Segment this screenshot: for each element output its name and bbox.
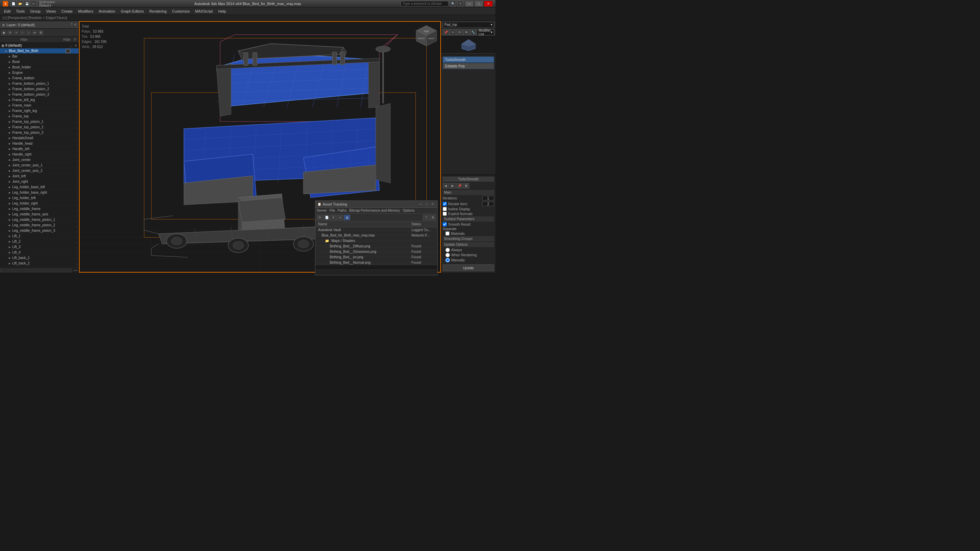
layer-item-menu[interactable]: ...	[71, 49, 78, 53]
layer-item-menu[interactable]: ...	[71, 185, 78, 189]
menu-item-maxscript[interactable]: MAXScript	[192, 8, 216, 14]
close-button[interactable]: ✕	[484, 1, 493, 7]
layer-item[interactable]: ►Leg_middle_frame_piston_1...	[0, 217, 79, 223]
layer-item-menu[interactable]: ...	[66, 44, 73, 47]
ts-render-iters-check[interactable]	[443, 202, 447, 206]
layer-item[interactable]: ►Leg_middle_frame_piston_3...	[0, 228, 79, 234]
layer-tool-arrow[interactable]: ▶	[2, 30, 7, 35]
layer-item[interactable]: ►Frame_bottom_piston_1...	[0, 81, 79, 86]
layer-item[interactable]: ►Frame_top_piston_1...	[0, 119, 79, 124]
layer-item-menu[interactable]: ...	[71, 98, 78, 102]
asset-tb-icon1[interactable]: ⟳	[317, 215, 323, 220]
layer-item[interactable]: ►Leg_middle_frame_axis...	[0, 212, 79, 217]
layer-tool-settings[interactable]: ⚙	[38, 30, 43, 35]
help-icon[interactable]: ?	[457, 1, 463, 7]
menu-item-edit[interactable]: Edit	[2, 8, 13, 14]
modifier-turbosmooth[interactable]: TurboSmooth	[443, 56, 494, 63]
layer-item-menu[interactable]: ...	[71, 240, 78, 243]
modifier-motion-icon[interactable]: ⟳	[456, 29, 463, 35]
asset-row[interactable]: Birthing_Bed__ior.pngFound	[315, 255, 437, 260]
layer-item-menu[interactable]: ...	[71, 229, 78, 233]
layers-help-button[interactable]: ?	[70, 23, 73, 27]
layer-item-menu[interactable]: ...	[71, 82, 78, 85]
layer-item[interactable]: ►Handle_right...	[0, 152, 79, 157]
layer-item-menu[interactable]: ...	[71, 131, 78, 134]
layer-item[interactable]: ►Joint_center_axis_1...	[0, 163, 79, 168]
layer-item[interactable]: ►Lift_4...	[0, 250, 79, 255]
ts-smoothing-header[interactable]: Smoothing Groups	[443, 236, 494, 241]
asset-menu-file[interactable]: File	[329, 209, 335, 212]
asset-row[interactable]: Birthing_Bed__Diffuse.pngFound	[315, 244, 437, 249]
layer-item-menu[interactable]: ...	[71, 153, 78, 156]
object-dropdown[interactable]: Pad_top ▾	[443, 22, 494, 28]
ts-materials-check[interactable]	[445, 231, 450, 236]
modifier-list-icon[interactable]: ≡	[450, 29, 456, 35]
menu-item-animation[interactable]: Animation	[96, 8, 118, 14]
layer-item[interactable]: ►Bar...	[0, 54, 79, 59]
layer-item[interactable]: ►HandalsSmall...	[0, 135, 79, 141]
layer-item-menu[interactable]: ...	[71, 224, 78, 227]
menu-item-tools[interactable]: Tools	[13, 8, 27, 14]
layer-item[interactable]: ►Lift_1...	[0, 234, 79, 239]
layer-item[interactable]: ►Frame_bottom_piston_2...	[0, 86, 79, 92]
asset-tb-icon2[interactable]: 📄	[324, 215, 330, 220]
menu-item-views[interactable]: Views	[43, 8, 59, 14]
viewport-navigation-cube[interactable]: TOP RIGHT FRONT	[414, 24, 438, 48]
layer-item[interactable]: ►Bowl...	[0, 59, 79, 65]
layer-tool-add[interactable]: +	[14, 30, 19, 35]
ts-always-radio[interactable]	[445, 248, 450, 252]
layer-item-menu[interactable]: ...	[71, 115, 78, 118]
ts-explicit-check[interactable]	[443, 212, 447, 216]
layer-item-menu[interactable]: ...	[71, 66, 78, 69]
layer-item-menu[interactable]: ...	[71, 251, 78, 254]
menu-item-customize[interactable]: Customize	[169, 8, 192, 14]
layers-horizontal-scrollbar[interactable]	[0, 269, 72, 272]
layer-item[interactable]: ►Joint_right...	[0, 179, 79, 185]
ts-iterations-input[interactable]	[482, 196, 494, 201]
layer-item-menu[interactable]: ...	[71, 71, 78, 75]
maximize-button[interactable]: □	[474, 1, 483, 7]
layer-tool-down[interactable]: ↓	[26, 30, 31, 35]
layer-item[interactable]: ►Handle_left...	[0, 147, 79, 152]
layer-item-menu[interactable]: ...	[71, 147, 78, 151]
layer-item-menu[interactable]: ...	[71, 88, 78, 91]
modifier-pin-icon[interactable]: 📌	[443, 29, 449, 35]
modifier-util-icon[interactable]: 🔧	[470, 29, 476, 35]
ts-nav-next[interactable]: ►	[450, 183, 456, 188]
layer-item-menu[interactable]: ...	[71, 76, 78, 80]
layer-item-menu[interactable]: ...	[71, 93, 78, 96]
layer-item-menu[interactable]: ...	[71, 55, 78, 58]
layer-item[interactable]: ►Lift_2...	[0, 239, 79, 244]
layer-item-menu[interactable]: ...	[71, 245, 78, 249]
layer-item-menu[interactable]: ...	[71, 191, 78, 194]
ts-smooth-result-check[interactable]	[443, 222, 447, 226]
layer-item-menu[interactable]: ...	[71, 104, 78, 107]
modifier-editable-poly[interactable]: Editable Poly	[443, 63, 494, 69]
layer-item[interactable]: ►Frame_bottom...	[0, 76, 79, 81]
layer-item[interactable]: ►Lift_3...	[0, 244, 79, 250]
ts-main-header[interactable]: Main	[443, 190, 494, 195]
ts-render-iters-input[interactable]	[482, 201, 494, 206]
layer-item-menu[interactable]: ...	[71, 202, 78, 205]
minimize-button[interactable]: —	[465, 1, 474, 7]
asset-tb-icon5[interactable]: ▦	[344, 215, 350, 220]
asset-menu-server[interactable]: Server	[317, 209, 327, 212]
layer-item-menu[interactable]: ...	[71, 180, 78, 183]
asset-row[interactable]: Birthing_Bed__Glossiness.pngFound	[315, 249, 437, 255]
layer-item[interactable]: ►Leg_holder_base_left...	[0, 185, 79, 190]
search-input[interactable]	[401, 1, 449, 6]
menu-item-graph-editors[interactable]: Graph Editors	[118, 8, 147, 14]
menu-item-create[interactable]: Create	[59, 8, 75, 14]
layer-item[interactable]: ►Frame_bottom_piston_3...	[0, 92, 79, 97]
menu-item-group[interactable]: Group	[27, 8, 43, 14]
search-icon[interactable]: 🔍	[450, 1, 456, 7]
layer-item-select-box[interactable]	[66, 49, 70, 53]
asset-menu-options[interactable]: Options	[403, 209, 414, 212]
layer-item-menu[interactable]: ...	[71, 262, 78, 265]
layer-item[interactable]: ►Frame_main...	[0, 103, 79, 108]
layer-item-menu[interactable]: ...	[71, 158, 78, 162]
layer-item[interactable]: ►Leg_holder_base_right...	[0, 190, 79, 195]
layer-tool-delete[interactable]: ✕	[8, 30, 13, 35]
layer-item-menu[interactable]: ...	[71, 60, 78, 64]
layer-item-menu[interactable]: ...	[71, 142, 78, 145]
